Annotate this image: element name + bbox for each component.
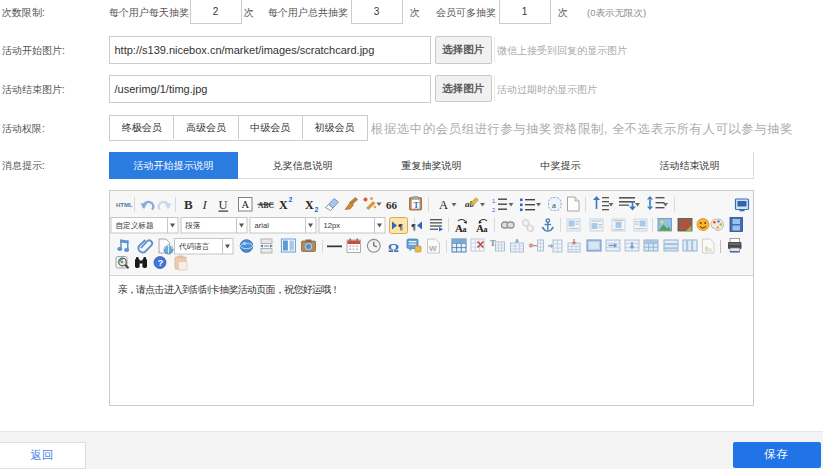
svg-text:arial: arial xyxy=(255,221,270,230)
svg-text:代码语言: 代码语言 xyxy=(178,242,210,251)
svg-text:?: ? xyxy=(157,257,163,268)
svg-text:2: 2 xyxy=(315,206,319,213)
svg-text:ABC: ABC xyxy=(258,201,274,210)
svg-text:2.: 2. xyxy=(492,207,497,213)
svg-text:¶: ¶ xyxy=(411,222,416,232)
svg-text:¶: ¶ xyxy=(398,222,403,232)
svg-text:T: T xyxy=(414,201,420,210)
svg-text:段落: 段落 xyxy=(185,221,202,230)
svg-text:X: X xyxy=(305,198,314,212)
svg-text:X: X xyxy=(279,198,288,212)
svg-text:Ω: Ω xyxy=(388,240,399,255)
svg-text:A: A xyxy=(242,199,250,210)
svg-text:1.: 1. xyxy=(492,198,497,204)
svg-text:I: I xyxy=(202,197,208,212)
svg-text:W: W xyxy=(429,244,437,253)
svg-text:HTML: HTML xyxy=(116,202,133,208)
svg-text:2: 2 xyxy=(289,196,293,203)
svg-text:自定义标题: 自定义标题 xyxy=(116,221,154,230)
svg-text:12px: 12px xyxy=(324,221,341,230)
svg-text:U: U xyxy=(219,198,228,212)
svg-text:66: 66 xyxy=(386,199,398,211)
svg-text:a: a xyxy=(463,225,467,234)
svg-text:a: a xyxy=(552,200,556,210)
svg-text:a: a xyxy=(484,225,488,234)
svg-text:A: A xyxy=(439,198,448,212)
svg-text:B: B xyxy=(184,197,193,212)
